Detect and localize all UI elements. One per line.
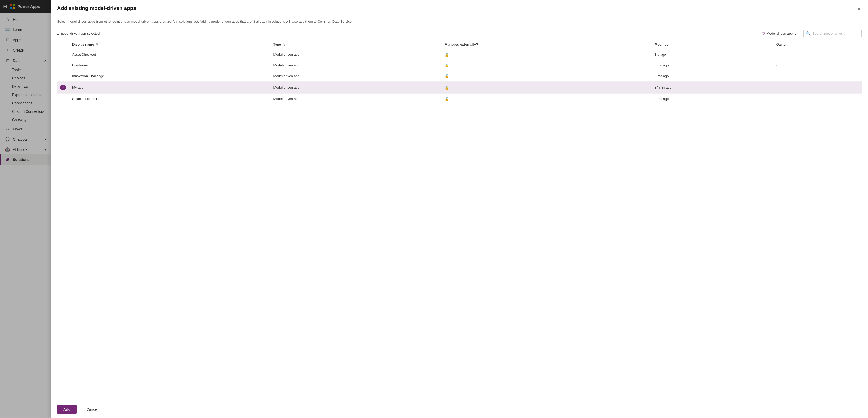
- row-modified: 3 mo ago: [651, 71, 773, 81]
- table-row[interactable]: FundraiserModel-driven app🔒3 mo ago-: [57, 60, 862, 71]
- row-modified: 34 min ago: [651, 81, 773, 94]
- row-type: Model-driven app: [270, 49, 441, 60]
- row-name: My app: [69, 81, 270, 94]
- col-display-name[interactable]: Display name ∨: [69, 40, 270, 49]
- dialog-panel: Add existing model-driven apps ✕ Select …: [51, 0, 868, 418]
- row-check-cell[interactable]: [57, 71, 69, 81]
- row-type: Model-driven app: [270, 81, 441, 94]
- col-modified: Modified: [651, 40, 773, 49]
- row-modified: 3 d ago: [651, 49, 773, 60]
- row-managed: 🔒: [441, 60, 652, 71]
- row-check-cell[interactable]: ✓: [57, 81, 69, 94]
- row-check-cell[interactable]: [57, 94, 69, 104]
- lock-icon: 🔒: [445, 63, 449, 67]
- cancel-button[interactable]: Cancel: [80, 405, 104, 414]
- row-name: Asset Checkout: [69, 49, 270, 60]
- row-owner: -: [773, 81, 862, 94]
- row-name: Fundraiser: [69, 60, 270, 71]
- sort-arrow-type: ∨: [283, 42, 286, 46]
- row-owner: -: [773, 94, 862, 104]
- selected-count: 1 model-driven app selected: [57, 32, 756, 35]
- col-type[interactable]: Type ∨: [270, 40, 441, 49]
- col-owner: Owner: [773, 40, 862, 49]
- filter-icon: ▽: [763, 32, 765, 35]
- row-check-cell[interactable]: [57, 49, 69, 60]
- row-modified: 3 mo ago: [651, 94, 773, 104]
- lock-icon: 🔒: [445, 53, 449, 57]
- panel-toolbar: 1 model-driven app selected ▽ Model-driv…: [51, 27, 868, 40]
- panel-header: Add existing model-driven apps ✕: [51, 0, 868, 16]
- row-name: Innovation Challenge: [69, 71, 270, 81]
- table-check-header: [57, 40, 69, 49]
- row-name: Solution Health Hub: [69, 94, 270, 104]
- row-type: Model-driven app: [270, 94, 441, 104]
- panel-footer: Add Cancel: [51, 400, 868, 418]
- row-owner: -: [773, 49, 862, 60]
- apps-table: Display name ∨ Type ∨ Managed externally…: [51, 40, 868, 401]
- row-type: Model-driven app: [270, 60, 441, 71]
- row-managed: 🔒: [441, 49, 652, 60]
- lock-icon: 🔒: [445, 85, 449, 90]
- row-check-cell[interactable]: [57, 60, 69, 71]
- table-row[interactable]: Solution Health HubModel-driven app🔒3 mo…: [57, 94, 862, 104]
- table-row[interactable]: Innovation ChallengeModel-driven app🔒3 m…: [57, 71, 862, 81]
- row-managed: 🔒: [441, 81, 652, 94]
- check-circle-icon: ✓: [60, 84, 66, 91]
- panel-title: Add existing model-driven apps: [57, 5, 852, 11]
- sort-arrow-name: ∨: [96, 42, 98, 46]
- row-owner: -: [773, 60, 862, 71]
- row-managed: 🔒: [441, 94, 652, 104]
- filter-chevron-icon: ∨: [794, 32, 797, 35]
- row-modified: 3 mo ago: [651, 60, 773, 71]
- filter-label: Model-driven app: [767, 32, 793, 35]
- lock-icon: 🔒: [445, 97, 449, 101]
- row-owner: -: [773, 71, 862, 81]
- row-type: Model-driven app: [270, 71, 441, 81]
- row-managed: 🔒: [441, 71, 652, 81]
- add-button[interactable]: Add: [57, 405, 76, 414]
- table-row[interactable]: ✓My appModel-driven app🔒34 min ago-: [57, 81, 862, 94]
- panel-description: Select model-driven apps from other solu…: [51, 16, 868, 27]
- table-row[interactable]: Asset CheckoutModel-driven app🔒3 d ago-: [57, 49, 862, 60]
- lock-icon: 🔒: [445, 74, 449, 78]
- search-icon: 🔍: [806, 31, 811, 36]
- filter-button[interactable]: ▽ Model-driven app ∨: [759, 30, 800, 37]
- search-input[interactable]: [812, 32, 859, 35]
- search-box: 🔍: [803, 30, 862, 37]
- close-button[interactable]: ✕: [856, 5, 862, 13]
- col-managed: Managed externally?: [441, 40, 652, 49]
